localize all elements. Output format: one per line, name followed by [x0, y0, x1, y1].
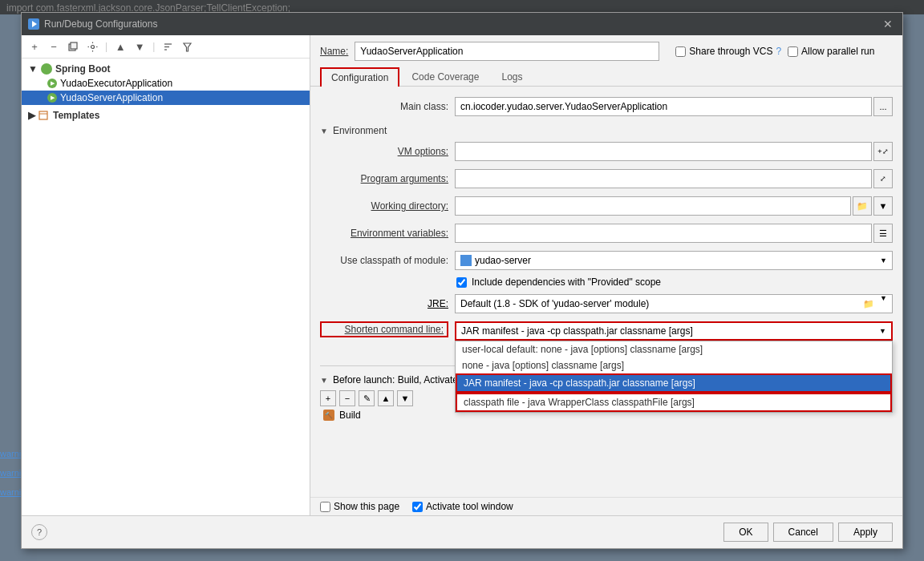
- working-dir-input[interactable]: [455, 196, 851, 216]
- main-class-browse-button[interactable]: ...: [873, 97, 893, 116]
- jre-dropdown-arrow: ▼: [880, 294, 887, 313]
- move-up-button[interactable]: ▲: [112, 38, 128, 54]
- name-label: Name:: [320, 46, 348, 57]
- run-debug-dialog: Run/Debug Configurations ✕ + − | ▲ ▼ |: [21, 12, 903, 549]
- show-page-row: Show this page: [320, 501, 399, 512]
- module-icon: yudao-server: [460, 255, 531, 266]
- close-button[interactable]: ✕: [880, 16, 896, 32]
- spring-boot-label: Spring Boot: [55, 63, 111, 75]
- run-icon-executor: [47, 79, 57, 88]
- jre-row: JRE: Default (1.8 - SDK of 'yudao-server…: [320, 290, 893, 317]
- env-vars-label: Environment variables:: [320, 228, 448, 239]
- sort-button[interactable]: [160, 38, 176, 54]
- environment-section: ▼ Environment: [320, 120, 893, 138]
- tabs-bar: Configuration Code Coverage Logs: [310, 67, 902, 87]
- shorten-option-3[interactable]: classpath file - java WrapperClass class…: [456, 393, 892, 412]
- titlebar-left: Run/Debug Configurations: [28, 18, 157, 30]
- activate-tool-checkbox[interactable]: [412, 502, 423, 512]
- allow-parallel-checkbox[interactable]: [788, 46, 798, 57]
- tab-configuration[interactable]: Configuration: [320, 67, 399, 87]
- move-down-button[interactable]: ▼: [132, 38, 148, 54]
- tree-area: ▼ Spring Boot YudaoExecutorApplication Y…: [22, 59, 310, 515]
- allow-parallel-row: Allow parallel run: [788, 46, 874, 57]
- include-deps-checkbox[interactable]: [456, 277, 467, 288]
- program-args-label: Program arguments:: [320, 173, 448, 184]
- main-class-input[interactable]: [455, 97, 872, 116]
- remove-config-button[interactable]: −: [46, 38, 62, 54]
- before-launch-up-button[interactable]: ▲: [378, 390, 394, 406]
- help-button[interactable]: ?: [31, 524, 47, 540]
- dialog-icon: [28, 18, 39, 30]
- vm-options-expand-button[interactable]: +⤢: [873, 142, 893, 161]
- settings-config-button[interactable]: [84, 38, 100, 54]
- main-class-input-group: ...: [455, 97, 893, 116]
- build-label: Build: [339, 410, 361, 421]
- footer-right: OK Cancel Apply: [723, 523, 893, 542]
- config-panel: Main class: ... ▼ Environment VM options…: [310, 87, 902, 497]
- build-icon: 🔨: [323, 410, 334, 421]
- allow-parallel-label: Allow parallel run: [801, 46, 874, 57]
- templates-group[interactable]: ▶ Templates: [22, 108, 310, 123]
- dialog-title: Run/Debug Configurations: [44, 18, 157, 30]
- vm-options-input[interactable]: [455, 142, 872, 161]
- shorten-dropdown-main[interactable]: JAR manifest - java -cp classpath.jar cl…: [455, 321, 893, 341]
- tree-item-label-executor: YudaoExecutorApplication: [60, 78, 172, 89]
- working-dir-browse-button[interactable]: 📁: [853, 196, 872, 216]
- vm-options-label: VM options:: [320, 146, 448, 157]
- vm-options-input-group: +⤢: [455, 142, 893, 161]
- activate-tool-row: Activate tool window: [412, 501, 513, 512]
- module-name: yudao-server: [475, 255, 531, 266]
- jre-label: JRE:: [320, 298, 448, 309]
- jre-browse-button[interactable]: 📁: [859, 294, 878, 313]
- svg-rect-8: [39, 111, 47, 119]
- tree-item-server[interactable]: YudaoServerApplication: [22, 91, 310, 105]
- before-launch-edit-button[interactable]: ✎: [359, 390, 375, 406]
- add-config-button[interactable]: +: [26, 38, 43, 54]
- shorten-option-0[interactable]: user-local default: none - java [options…: [456, 341, 892, 357]
- copy-config-button[interactable]: [65, 38, 81, 54]
- spring-boot-group[interactable]: ▼ Spring Boot: [22, 62, 310, 76]
- module-type-icon: [460, 255, 472, 266]
- vm-options-row: VM options: +⤢: [320, 138, 893, 165]
- left-panel: + − | ▲ ▼ |: [22, 35, 310, 515]
- shorten-label: Shorten command line:: [320, 321, 448, 337]
- program-args-row: Program arguments: ⤢: [320, 165, 893, 192]
- env-collapse-icon[interactable]: ▼: [320, 127, 328, 135]
- env-vars-browse-button[interactable]: ☰: [873, 224, 893, 243]
- share-vcs-checkbox[interactable]: [675, 46, 686, 57]
- classpath-row: Use classpath of module: yudao-server ▼: [320, 247, 893, 274]
- name-input[interactable]: [355, 42, 659, 61]
- shorten-command-row: Shorten command line: JAR manifest - jav…: [320, 317, 893, 345]
- program-args-expand-button[interactable]: ⤢: [873, 169, 893, 188]
- spring-boot-icon: [41, 63, 52, 75]
- shorten-option-1[interactable]: none - java [options] classname [args]: [456, 357, 892, 373]
- tree-item-executor[interactable]: YudaoExecutorApplication: [22, 76, 310, 91]
- cancel-button[interactable]: Cancel: [773, 523, 833, 542]
- before-launch-remove-button[interactable]: −: [339, 390, 355, 406]
- working-dir-dropdown-button[interactable]: ▼: [873, 196, 893, 216]
- dialog-body: + − | ▲ ▼ |: [22, 35, 902, 515]
- before-launch-down-button[interactable]: ▼: [397, 390, 413, 406]
- show-page-label: Show this page: [334, 501, 399, 512]
- svg-marker-0: [32, 21, 37, 27]
- share-vcs-label: Share through VCS: [689, 46, 772, 57]
- tab-code-coverage[interactable]: Code Coverage: [401, 67, 489, 87]
- tree-templates-collapse-icon: ▶: [28, 110, 35, 121]
- right-panel: Name: Share through VCS ? Allow parallel…: [310, 35, 902, 515]
- tab-logs[interactable]: Logs: [491, 67, 533, 87]
- share-vcs-help[interactable]: ?: [776, 46, 781, 57]
- working-dir-row: Working directory: 📁 ▼: [320, 192, 893, 220]
- apply-button[interactable]: Apply: [838, 523, 893, 542]
- ok-button[interactable]: OK: [723, 523, 768, 542]
- before-launch-collapse-icon[interactable]: ▼: [320, 376, 328, 385]
- main-class-row: Main class: ...: [320, 93, 893, 120]
- show-page-checkbox[interactable]: [320, 502, 330, 512]
- before-launch-add-button[interactable]: +: [320, 390, 336, 406]
- module-select[interactable]: yudao-server ▼: [455, 251, 893, 270]
- env-vars-input-group: ☰: [455, 224, 893, 243]
- jre-dropdown[interactable]: Default (1.8 - SDK of 'yudao-server' mod…: [455, 294, 893, 313]
- program-args-input[interactable]: [455, 169, 872, 188]
- filter-button[interactable]: [179, 38, 195, 54]
- shorten-option-2[interactable]: JAR manifest - java -cp classpath.jar cl…: [456, 373, 892, 393]
- env-vars-input[interactable]: [455, 224, 872, 243]
